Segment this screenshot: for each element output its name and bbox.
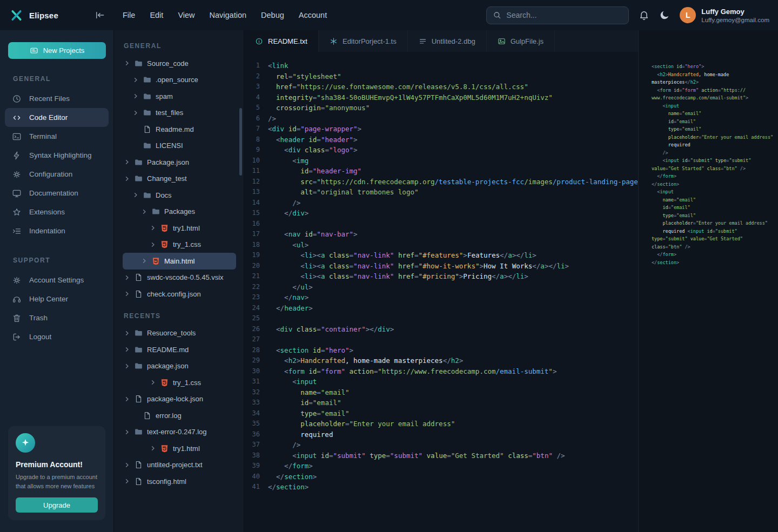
minimap-line: www.freecodecamp.com/email-submit">: [652, 94, 775, 102]
code-line-content: />: [268, 198, 300, 208]
sidebar-item-terminal[interactable]: Terminal: [5, 127, 109, 146]
html-file-icon: [151, 257, 160, 266]
explorer-item-main-html[interactable]: Main.html: [123, 253, 236, 270]
chevron-right-icon[interactable]: [132, 77, 139, 83]
sidebar-item-account-settings[interactable]: Account Settings: [5, 271, 109, 289]
chevron-right-icon[interactable]: [124, 274, 130, 281]
collapse-sidebar-icon[interactable]: [95, 10, 105, 21]
new-projects-button[interactable]: New Projects: [8, 42, 106, 59]
menu-view[interactable]: View: [178, 11, 194, 19]
upgrade-button[interactable]: Upgrade: [16, 497, 98, 513]
explorer-item-try1-html[interactable]: try1.html: [123, 440, 236, 457]
sidebar-item-recent-files[interactable]: Recent Files: [5, 89, 109, 108]
menu-account[interactable]: Account: [299, 11, 327, 19]
explorer-item-source-code[interactable]: Source_code: [123, 55, 236, 72]
explorer-item-package-json[interactable]: package.json: [123, 358, 236, 375]
explorer-item-change-test[interactable]: Change_test: [123, 171, 236, 187]
tab-gulpfile-js[interactable]: GulpFile.js: [487, 30, 555, 52]
explorer-item-try-1-css[interactable]: try_1.css: [123, 374, 236, 391]
user-name: Luffy Gemoy: [701, 8, 769, 16]
chevron-right-icon[interactable]: [124, 176, 130, 182]
menu-navigation[interactable]: Navigation: [210, 11, 247, 19]
chevron-right-icon[interactable]: [141, 258, 147, 264]
user-profile[interactable]: L Luffy Gemoy Luffy.gemoy@gmail.com: [680, 7, 769, 23]
code-area[interactable]: 1<link2 rel="stylesheet"3 href="https://…: [244, 52, 638, 532]
explorer-item-tsconfig-html[interactable]: tsconfig.html: [123, 473, 236, 490]
tab-untlited-2-dbg[interactable]: Untlited-2.dbg: [408, 30, 487, 52]
explorer-item-test-files[interactable]: test_files: [123, 105, 236, 122]
chevron-right-icon[interactable]: [150, 445, 156, 452]
menu-debug[interactable]: Debug: [261, 11, 284, 19]
explorer-item-text-error-0-247-log[interactable]: text-error-0.247.log: [123, 424, 236, 441]
search-icon: [493, 11, 501, 19]
chevron-right-icon[interactable]: [124, 429, 130, 435]
chevron-right-icon[interactable]: [132, 110, 139, 116]
code-line: 1<link: [244, 60, 638, 71]
file-name: tsconfig.html: [147, 477, 186, 486]
explorer-item-error-log[interactable]: error.log: [123, 407, 236, 424]
chevron-right-icon[interactable]: [124, 330, 130, 336]
explorer-scrollbar-thumb[interactable]: [239, 108, 242, 176]
tab-readme-txt[interactable]: README.txt: [244, 30, 319, 52]
explorer-item-swdc-vscode-0-5-45-vsix[interactable]: swdc-vscode-0.5.45.vsix: [123, 270, 236, 286]
line-number: 13: [244, 187, 268, 198]
minimap[interactable]: <section id="hero"> <h2>Handcrafted, hom…: [638, 30, 778, 532]
sidebar-item-documentation[interactable]: Documentation: [5, 184, 109, 203]
chevron-right-icon[interactable]: [124, 363, 130, 369]
chevron-right-icon[interactable]: [132, 192, 139, 198]
explorer-item-readme-md[interactable]: README.md: [123, 341, 236, 358]
explorer-item-untlited-project-txt[interactable]: untlited-project.txt: [123, 457, 236, 474]
dark-mode-moon-icon[interactable]: [659, 10, 670, 21]
explorer-item-try1-html[interactable]: try1.html: [123, 220, 236, 237]
tab-editorporject-1-ts[interactable]: EditorPorject-1.ts: [319, 30, 408, 52]
code-line-content: </header>: [268, 303, 313, 314]
explorer-item-packages[interactable]: Packages: [123, 204, 236, 220]
minimap-line: <h2>Handcrafted, home-made: [652, 71, 775, 79]
explorer-item-package-lock-json[interactable]: package-lock.json: [123, 391, 236, 408]
menu-file[interactable]: File: [123, 11, 135, 19]
explorer-item-readme-md[interactable]: Readme.md: [123, 121, 236, 138]
chevron-right-icon[interactable]: [124, 346, 130, 353]
search-box[interactable]: [486, 6, 629, 24]
minimap-line: value="Get Started" class="btn" />: [652, 165, 775, 173]
sidebar-item-configuration[interactable]: Configuration: [5, 165, 109, 184]
minimap-line: <input: [652, 188, 775, 196]
explorer-item-spam[interactable]: spam: [123, 88, 236, 105]
chevron-right-icon[interactable]: [150, 379, 156, 386]
chevron-right-icon[interactable]: [124, 396, 130, 402]
sidebar-item-help-center[interactable]: Help Center: [5, 289, 109, 308]
chevron-right-icon[interactable]: [124, 291, 130, 297]
search-input[interactable]: [506, 11, 622, 19]
sidebar-item-label: Extensions: [29, 208, 65, 216]
file-icon: [134, 477, 143, 486]
explorer-item-package-json[interactable]: Package.json: [123, 154, 236, 171]
chevron-right-icon[interactable]: [124, 478, 130, 484]
sidebar-item-syntax-highlighting[interactable]: Syntax Highlighting: [5, 146, 109, 165]
chevron-right-icon[interactable]: [141, 208, 147, 215]
code-icon: [12, 113, 22, 123]
file-name: try_1.css: [173, 379, 201, 387]
chevron-right-icon[interactable]: [150, 241, 156, 248]
notifications-bell-icon[interactable]: [639, 10, 649, 21]
explorer-item-licensi[interactable]: LICENSI: [123, 138, 236, 154]
menu-edit[interactable]: Edit: [150, 11, 163, 19]
chevron-right-icon[interactable]: [150, 225, 156, 231]
explorer-item-try-1-css[interactable]: try_1.css: [123, 237, 236, 253]
topbar: Elipsee FileEditViewNavigationDebugAccou…: [0, 0, 778, 30]
folder-icon: [134, 361, 143, 371]
sidebar-item-code-editor[interactable]: Code Editor: [5, 108, 109, 127]
explorer-item-docs[interactable]: Docs: [123, 187, 236, 204]
chevron-right-icon[interactable]: [132, 93, 139, 99]
explorer-item-check-config-json[interactable]: check.config.json: [123, 286, 236, 302]
chevron-right-icon[interactable]: [124, 60, 130, 66]
chevron-right-icon[interactable]: [124, 462, 130, 468]
user-meta: Luffy Gemoy Luffy.gemoy@gmail.com: [701, 8, 769, 23]
sidebar-item-trash[interactable]: Trash: [5, 308, 109, 327]
minimap-line: </section>: [652, 259, 775, 267]
sidebar-item-extensions[interactable]: Extensions: [5, 203, 109, 221]
sidebar-item-logout[interactable]: Logout: [5, 327, 109, 346]
explorer-item-resuorce-tools[interactable]: Resuorce_tools: [123, 325, 236, 342]
explorer-item-open-source[interactable]: .open_source: [123, 72, 236, 89]
chevron-right-icon[interactable]: [124, 159, 130, 165]
sidebar-item-indentation[interactable]: Indentation: [5, 221, 109, 240]
